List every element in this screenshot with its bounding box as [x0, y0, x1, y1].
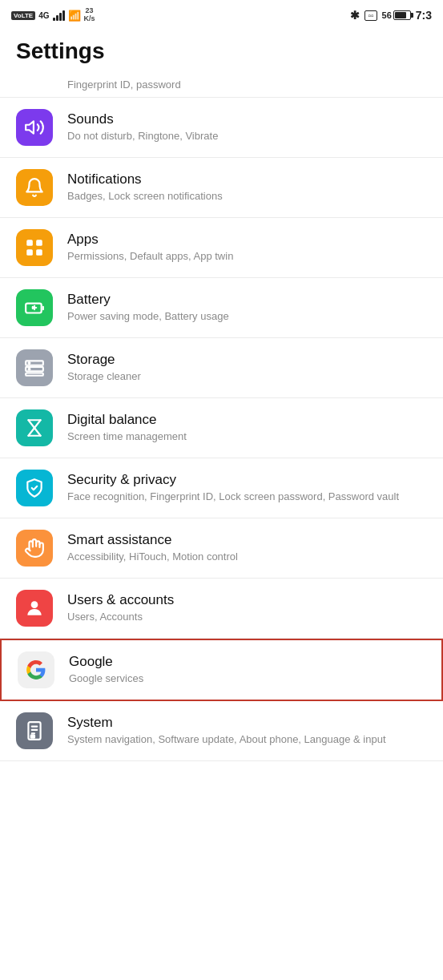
item-subtitle-notifications: Badges, Lock screen notifications	[67, 189, 427, 204]
vibrate-icon: ▫▫	[364, 10, 377, 21]
google-icon	[18, 651, 54, 688]
item-title-users-accounts: Users & accounts	[67, 592, 427, 608]
item-title-digital-balance: Digital balance	[67, 412, 427, 428]
item-text-smart-assistance: Smart assistance Accessibility, HiTouch,…	[67, 532, 427, 564]
shield-icon	[16, 470, 53, 506]
item-text-apps: Apps Permissions, Default apps, App twin	[67, 232, 427, 264]
user-icon	[16, 590, 53, 627]
clock: 7:3	[416, 9, 432, 22]
wifi-icon: 📶	[68, 10, 81, 22]
item-subtitle-security-privacy: Face recognition, Fingerprint ID, Lock s…	[67, 490, 427, 504]
svg-marker-0	[26, 121, 34, 133]
status-left: VoLTE 4G 📶 23 K/s	[11, 7, 95, 23]
item-text-users-accounts: Users & accounts Users, Accounts	[67, 592, 427, 624]
item-subtitle-system: System navigation, Software update, Abou…	[67, 732, 427, 747]
page-title: Settings	[0, 29, 443, 72]
system-icon	[16, 712, 53, 749]
settings-item-storage[interactable]: Storage Storage cleaner	[0, 338, 443, 398]
top-partial-item: Fingerprint ID, password	[0, 72, 443, 98]
settings-item-digital-balance[interactable]: Digital balance Screen time management	[0, 398, 443, 458]
bluetooth-icon: ✱	[350, 9, 360, 22]
signal-4g: 4G	[38, 11, 49, 20]
item-title-apps: Apps	[67, 232, 427, 248]
status-right: ✱ ▫▫ 56 7:3	[350, 9, 432, 22]
item-text-system: System System navigation, Software updat…	[67, 715, 427, 747]
settings-item-google[interactable]: Google Google services	[0, 639, 443, 701]
item-title-system: System	[67, 715, 427, 731]
svg-rect-4	[36, 249, 42, 256]
svg-rect-10	[26, 373, 43, 376]
svg-rect-2	[36, 240, 42, 246]
item-subtitle-digital-balance: Screen time management	[67, 430, 427, 444]
item-text-security-privacy: Security & privacy Face recognition, Fin…	[67, 472, 427, 504]
settings-item-battery[interactable]: Battery Power saving mode, Battery usage	[0, 278, 443, 338]
settings-item-system[interactable]: System System navigation, Software updat…	[0, 701, 443, 761]
battery-body	[393, 10, 411, 20]
settings-item-users-accounts[interactable]: Users & accounts Users, Accounts	[0, 579, 443, 639]
hourglass-icon	[16, 409, 53, 446]
bell-icon	[16, 169, 53, 206]
item-title-google: Google	[69, 654, 425, 670]
settings-item-security-privacy[interactable]: Security & privacy Face recognition, Fin…	[0, 458, 443, 518]
item-subtitle-battery: Power saving mode, Battery usage	[67, 309, 427, 324]
storage-icon	[16, 349, 53, 386]
item-text-digital-balance: Digital balance Screen time management	[67, 412, 427, 444]
settings-item-sounds[interactable]: Sounds Do not disturb, Ringtone, Vibrate	[0, 98, 443, 158]
item-text-google: Google Google services	[69, 654, 425, 686]
settings-item-apps[interactable]: Apps Permissions, Default apps, App twin	[0, 218, 443, 278]
item-text-sounds: Sounds Do not disturb, Ringtone, Vibrate	[67, 111, 427, 143]
item-subtitle-smart-assistance: Accessibility, HiTouch, Motion control	[67, 550, 427, 564]
svg-point-13	[31, 601, 38, 608]
item-title-storage: Storage	[67, 352, 427, 368]
item-text-storage: Storage Storage cleaner	[67, 352, 427, 384]
item-title-sounds: Sounds	[67, 111, 427, 127]
item-subtitle-apps: Permissions, Default apps, App twin	[67, 249, 427, 264]
status-bar: VoLTE 4G 📶 23 K/s ✱ ▫▫ 56 7:3	[0, 0, 443, 29]
svg-point-12	[29, 369, 30, 370]
item-title-smart-assistance: Smart assistance	[67, 532, 427, 548]
item-text-notifications: Notifications Badges, Lock screen notifi…	[67, 171, 427, 204]
battery-fill	[395, 12, 406, 18]
svg-point-11	[29, 362, 30, 364]
speed-display: 23 K/s	[84, 7, 95, 23]
settings-list: Sounds Do not disturb, Ringtone, Vibrate…	[0, 98, 443, 761]
item-title-notifications: Notifications	[67, 171, 427, 188]
battery-icon	[16, 289, 53, 326]
battery-status: 56	[382, 10, 411, 20]
item-subtitle-google: Google services	[69, 671, 425, 686]
svg-rect-18	[31, 735, 34, 737]
settings-item-smart-assistance[interactable]: Smart assistance Accessibility, HiTouch,…	[0, 518, 443, 579]
battery-percent: 56	[382, 10, 392, 20]
item-subtitle-users-accounts: Users, Accounts	[67, 610, 427, 624]
item-title-security-privacy: Security & privacy	[67, 472, 427, 488]
settings-item-notifications[interactable]: Notifications Badges, Lock screen notifi…	[0, 158, 443, 218]
item-text-battery: Battery Power saving mode, Battery usage	[67, 292, 427, 324]
item-subtitle-storage: Storage cleaner	[67, 369, 427, 384]
volte-badge: VoLTE	[11, 11, 35, 20]
apps-icon	[16, 229, 53, 266]
signal-bars	[53, 10, 65, 21]
svg-rect-3	[26, 249, 33, 256]
speaker-icon	[16, 109, 53, 146]
item-subtitle-sounds: Do not disturb, Ringtone, Vibrate	[67, 129, 427, 143]
svg-rect-1	[26, 240, 33, 246]
hand-icon	[16, 530, 53, 567]
item-title-battery: Battery	[67, 292, 427, 308]
